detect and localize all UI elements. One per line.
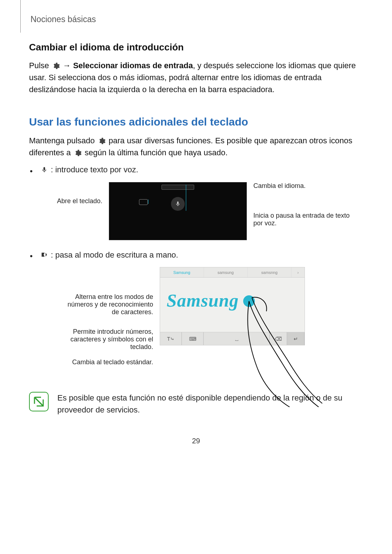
p1-pre: Pulse [29, 61, 51, 70]
bullet-voice-text: : introduce texto por voz. [51, 164, 138, 176]
gear-icon [74, 149, 82, 157]
heading-change-language: Cambiar el idioma de introducción [29, 42, 363, 53]
note-box: Es posible que esta función no esté disp… [29, 392, 363, 416]
bullet-handwriting-text: : pasa al modo de escritura a mano. [51, 249, 178, 261]
mic-icon [41, 166, 48, 174]
handwriting-keyboard-diagram: Samsung samsung samsnng › Samsung T⤷ ⌨ ⎵… [160, 267, 305, 345]
bullet-handwriting: • : pasa al modo de escritura a mano. [29, 249, 363, 262]
key-backspace: ⌫ [270, 332, 287, 345]
callout-voice-toggle: Inicia o pausa la entrada de texto por v… [253, 212, 359, 227]
paragraph-1: Pulse → Seleccionar idiomas de entrada, … [29, 59, 363, 95]
voice-input-diagram [109, 182, 247, 240]
note-icon [29, 392, 49, 411]
leader-line [148, 200, 148, 204]
bullet-dot: • [29, 165, 33, 177]
p1-bold: Seleccionar idiomas de entrada [73, 61, 193, 70]
suggestion-more-icon: › [291, 267, 305, 277]
figure-handwriting: Alterna entre los modos de números y de … [29, 267, 363, 383]
mic-button-icon [171, 197, 185, 211]
note-text: Es posible que esta función no esté disp… [57, 392, 363, 416]
p2-post: según la última función que haya usado. [82, 148, 228, 157]
paragraph-2: Mantenga pulsado para usar diversas func… [29, 135, 363, 159]
suggestion-3: samsnng [248, 267, 291, 277]
figure-voice-input: Abre el teclado. Cambia el idioma. Inici… [29, 182, 363, 240]
handwriting-icon [40, 251, 48, 259]
key-return: ↵ [287, 332, 305, 345]
callout-symbol-input: Permite introducir números, caracteres y… [59, 328, 153, 351]
suggestion-bar: Samsung samsung samsnng › [160, 267, 305, 278]
callout-toggle-modes: Alterna entre los modos de números y de … [59, 293, 153, 316]
bullet-voice: • : introduce texto por voz. [29, 164, 363, 177]
language-pill [162, 185, 194, 190]
key-mode-toggle: T⤷ [160, 332, 182, 345]
gear-icon [52, 62, 60, 70]
key-standard-keyboard: ⌨ [182, 332, 204, 345]
heading-keyboard-extras: Usar las funciones adicionales del tecla… [29, 116, 363, 128]
suggestion-1: Samsung [160, 267, 204, 277]
p2-pre: Mantenga pulsado [29, 136, 97, 145]
handwriting-sample: Samsung [167, 290, 239, 311]
bullet-dot: • [29, 250, 33, 262]
callout-open-keyboard: Abre el teclado. [57, 197, 102, 205]
handwriting-canvas: Samsung [160, 278, 305, 332]
breadcrumb: Nociones básicas [30, 15, 363, 24]
p1-arrow: → [61, 61, 73, 70]
margin-rule [20, 0, 21, 33]
suggestion-2: samsung [204, 267, 248, 277]
open-keyboard-icon [139, 199, 148, 205]
leader-line [186, 185, 186, 211]
key-space: ⎵ [204, 332, 270, 345]
page-number: 29 [29, 437, 363, 445]
gear-icon [98, 137, 106, 145]
callout-change-language: Cambia el idioma. [253, 182, 306, 190]
callout-standard-keyboard: Cambia al teclado estándar. [72, 358, 153, 366]
